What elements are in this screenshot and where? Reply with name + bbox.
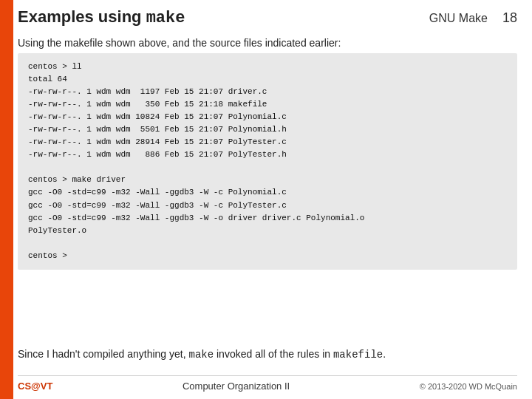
subtitle-text: Using the makefile shown above, and the … [18,37,341,49]
code-pre: centos > ll total 64 -rw-rw-r--. 1 wdm w… [28,61,507,262]
header-right: GNU Make 18 [429,10,517,26]
header: Examples using make GNU Make 18 [18,7,517,27]
page-title: Examples using make [18,7,185,27]
gnu-make-label: GNU Make [429,12,488,25]
bottom-code1: make [188,349,214,361]
code-block: centos > ll total 64 -rw-rw-r--. 1 wdm w… [18,53,517,270]
bottom-prefix: Since I hadn't compiled anything yet, [18,348,188,360]
footer-left: CS@VT [18,381,52,392]
footer: CS@VT Computer Organization II © 2013-20… [18,375,517,392]
bottom-text: Since I hadn't compiled anything yet, ma… [18,348,517,361]
bottom-code2: makefile [333,349,383,361]
title-code: make [146,9,185,27]
footer-center: Computer Organization II [183,381,290,392]
footer-right: © 2013-2020 WD McQuain [420,382,517,391]
slide-number: 18 [502,10,517,26]
title-prefix: Examples using [18,7,146,26]
bottom-middle: invoked all of the rules in [214,348,333,360]
accent-bar [0,0,13,399]
bottom-suffix: . [383,348,386,360]
subtitle: Using the makefile shown above, and the … [18,37,517,49]
